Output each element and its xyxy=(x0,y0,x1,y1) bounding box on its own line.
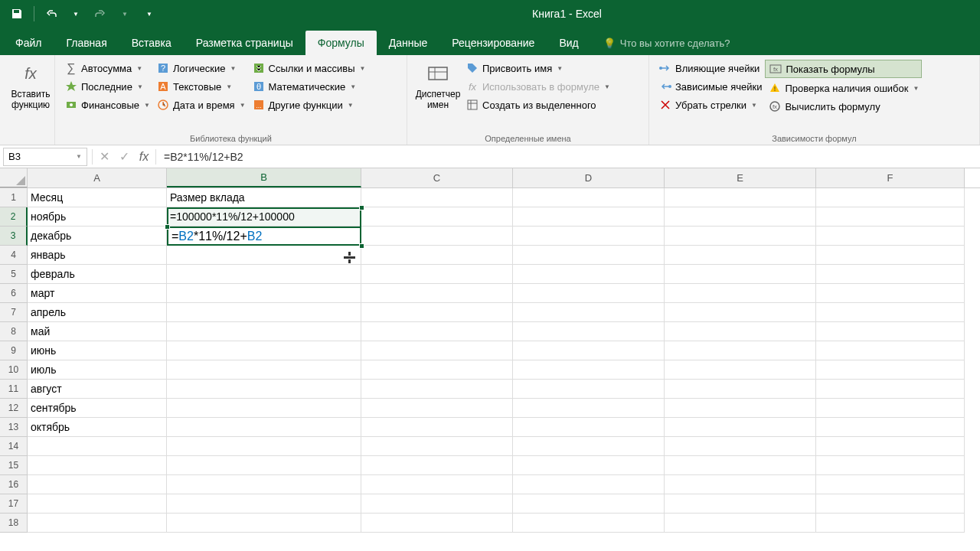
cell[interactable] xyxy=(28,475,167,494)
cell[interactable] xyxy=(167,475,361,494)
cell[interactable] xyxy=(665,456,816,475)
row-header[interactable]: 8 xyxy=(0,322,28,341)
cell[interactable] xyxy=(513,303,665,322)
cell[interactable] xyxy=(513,456,665,475)
cell[interactable] xyxy=(665,437,816,456)
cell[interactable] xyxy=(513,360,665,380)
cell[interactable] xyxy=(665,514,816,533)
row-header[interactable]: 12 xyxy=(0,399,28,418)
spreadsheet-grid[interactable]: A B C D E F 1МесяцРазмер вклада2ноябрь=1… xyxy=(0,168,980,533)
row-header[interactable]: 2 xyxy=(0,207,28,227)
cell[interactable] xyxy=(361,437,513,456)
cell[interactable] xyxy=(167,399,361,418)
cell[interactable] xyxy=(816,227,965,246)
row-header[interactable]: 17 xyxy=(0,494,28,514)
create-from-selection-button[interactable]: Создать из выделенного xyxy=(462,96,613,113)
cell[interactable] xyxy=(816,514,965,533)
name-manager-button[interactable]: Диспетчер имен xyxy=(413,58,462,142)
trace-dependents-button[interactable]: Зависимые ячейки xyxy=(655,78,765,95)
cell[interactable] xyxy=(665,265,816,284)
cell[interactable] xyxy=(361,284,513,303)
row-header[interactable]: 18 xyxy=(0,514,28,533)
autosum-button[interactable]: ∑Автосумма▼ xyxy=(61,60,153,77)
cell[interactable] xyxy=(816,322,965,341)
cell[interactable] xyxy=(665,341,816,360)
cell[interactable] xyxy=(167,514,361,533)
cell[interactable] xyxy=(665,227,816,246)
cell[interactable]: март xyxy=(28,284,167,303)
cell[interactable] xyxy=(361,475,513,494)
name-box[interactable]: B3 ▼ xyxy=(3,148,87,166)
cell[interactable] xyxy=(361,303,513,322)
trace-precedents-button[interactable]: Влияющие ячейки xyxy=(655,60,765,77)
cell[interactable] xyxy=(665,380,816,399)
cell[interactable] xyxy=(28,456,167,475)
row-header[interactable]: 13 xyxy=(0,418,28,437)
col-header-F[interactable]: F xyxy=(816,168,965,187)
col-header-C[interactable]: C xyxy=(361,168,513,187)
cell[interactable] xyxy=(167,246,361,265)
cell[interactable] xyxy=(167,494,361,514)
cell[interactable]: декабрь xyxy=(28,227,167,246)
cell[interactable] xyxy=(361,246,513,265)
cell[interactable] xyxy=(665,303,816,322)
cell[interactable] xyxy=(361,207,513,227)
col-header-E[interactable]: E xyxy=(665,168,816,187)
math-button[interactable]: θМатематические▼ xyxy=(249,78,369,95)
row-header[interactable]: 7 xyxy=(0,303,28,322)
save-button[interactable] xyxy=(6,3,28,24)
cell[interactable] xyxy=(361,360,513,380)
row-header[interactable]: 11 xyxy=(0,380,28,399)
cell[interactable] xyxy=(665,246,816,265)
row-header[interactable]: 6 xyxy=(0,284,28,303)
range-handle-top[interactable] xyxy=(359,205,364,210)
cell[interactable] xyxy=(816,380,965,399)
cell[interactable] xyxy=(816,246,965,265)
cell[interactable] xyxy=(816,341,965,360)
cell[interactable] xyxy=(665,188,816,207)
cell[interactable] xyxy=(167,322,361,341)
cell[interactable] xyxy=(513,418,665,437)
datetime-button[interactable]: Дата и время▼ xyxy=(153,96,249,113)
text-button[interactable]: AТекстовые▼ xyxy=(153,78,249,95)
cell[interactable] xyxy=(816,360,965,380)
cell[interactable] xyxy=(816,437,965,456)
cell[interactable] xyxy=(361,322,513,341)
cell[interactable] xyxy=(665,475,816,494)
cell[interactable] xyxy=(816,418,965,437)
cell[interactable] xyxy=(28,514,167,533)
cell[interactable]: Месяц xyxy=(28,188,167,207)
cell[interactable]: октябрь xyxy=(28,418,167,437)
cancel-formula-button[interactable]: ✕ xyxy=(94,148,114,166)
cell[interactable] xyxy=(28,437,167,456)
cell[interactable]: апрель xyxy=(28,303,167,322)
cell[interactable] xyxy=(665,207,816,227)
define-name-button[interactable]: Присвоить имя▼ xyxy=(462,60,613,77)
cell[interactable] xyxy=(665,418,816,437)
cell[interactable] xyxy=(361,418,513,437)
cell[interactable] xyxy=(816,207,965,227)
cell[interactable] xyxy=(513,246,665,265)
cell[interactable] xyxy=(513,475,665,494)
redo-button[interactable] xyxy=(90,3,111,24)
cell[interactable] xyxy=(28,494,167,514)
cell[interactable] xyxy=(513,437,665,456)
fx-button[interactable]: fx xyxy=(134,148,154,166)
range-handle-left[interactable] xyxy=(165,224,170,230)
undo-dropdown[interactable]: ▼ xyxy=(65,3,87,24)
cell[interactable] xyxy=(167,456,361,475)
row-header[interactable]: 10 xyxy=(0,360,28,380)
cell[interactable] xyxy=(167,418,361,437)
cell[interactable]: =100000*11%/12+100000 xyxy=(167,207,361,227)
cell[interactable] xyxy=(361,227,513,246)
cell[interactable] xyxy=(816,303,965,322)
cell[interactable] xyxy=(816,188,965,207)
cell[interactable] xyxy=(665,284,816,303)
tab-file[interactable]: Файл xyxy=(3,31,54,55)
cell[interactable] xyxy=(361,380,513,399)
row-header[interactable]: 16 xyxy=(0,475,28,494)
more-functions-button[interactable]: ...Другие функции▼ xyxy=(249,96,369,113)
cell[interactable] xyxy=(513,494,665,514)
fill-handle[interactable] xyxy=(359,243,364,249)
cell[interactable] xyxy=(665,494,816,514)
